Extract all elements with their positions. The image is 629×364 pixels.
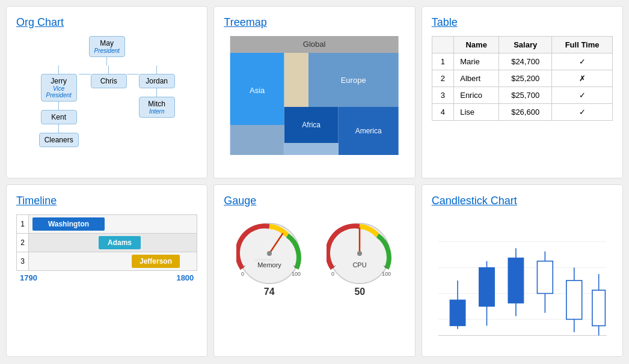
cpu-gauge-wrap: 0 100 CPU 50: [327, 220, 393, 297]
timeline-bar-washington: Washington: [32, 217, 105, 231]
org-name-may: May: [94, 39, 120, 47]
candle5-body: [566, 281, 582, 320]
memory-gauge-value: 74: [264, 287, 275, 297]
treemap-extra2-rect: [230, 125, 284, 155]
cpu-gauge-label-svg: CPU: [353, 261, 367, 268]
table-cell-fulltime: ✓: [552, 104, 613, 121]
org-node-may: May President: [89, 36, 125, 57]
org-jordan-branch: Jordan Mitch Intern: [139, 65, 175, 118]
memory-needle-center: [267, 251, 272, 256]
org-chart-title: Org Chart: [16, 16, 197, 29]
timeline-num-1: 1: [17, 215, 29, 234]
timeline-label-1790: 1790: [20, 273, 37, 282]
table-body: 1 Marie $24,700 ✓ 2 Albert $25,200 ✗ 3 E…: [432, 53, 612, 121]
org-root-col: May President: [89, 36, 125, 65]
org-v-kent: [58, 124, 59, 133]
table-cell-salary: $24,700: [499, 53, 552, 70]
table-cell-name: Marie: [454, 53, 499, 70]
timeline-cell-2: Adams: [29, 234, 197, 252]
timeline-row-3: 3 Jefferson: [17, 252, 197, 271]
org-role-jerry: VicePresident: [46, 85, 72, 99]
timeline-cell-1: Washington: [29, 215, 197, 234]
table-cell-num: 2: [432, 70, 454, 87]
treemap-svg: Global Europe Asia Africa America: [224, 36, 405, 168]
table-row: 1 Marie $24,700 ✓: [432, 53, 612, 70]
timeline-title: Timeline: [16, 195, 197, 207]
org-node-mitch: Mitch Intern: [139, 97, 175, 118]
org-role-may: President: [94, 47, 120, 54]
table-cell-name: Lise: [454, 104, 499, 121]
gauges-row: 0 100 wikitechy Memory 74: [224, 214, 405, 303]
memory-gauge-svg: 0 100 wikitechy Memory: [236, 220, 302, 287]
org-name-jerry: Jerry: [46, 77, 72, 85]
table-header-salary: Salary: [499, 37, 552, 53]
table-cell-salary: $26,600: [499, 104, 552, 121]
treemap-extra3-rect: [284, 143, 339, 155]
treemap-asia-label: Asia: [250, 86, 265, 95]
candle1-body: [450, 300, 465, 326]
org-node-jerry: Jerry VicePresident: [41, 74, 77, 102]
org-node-cleaners: Cleaners: [39, 133, 79, 147]
memory-gauge-label-svg: Memory: [257, 261, 281, 268]
table-header-num: [432, 37, 454, 53]
cpu-gauge-svg: 0 100 CPU: [327, 220, 393, 287]
table-cell-salary: $25,700: [499, 87, 552, 104]
timeline-row-1: 1 Washington: [17, 215, 197, 234]
org-v-jerry2: [58, 102, 59, 110]
org-h-line2: [127, 74, 139, 74]
memory-label-0: 0: [241, 271, 244, 277]
memory-label-100: 100: [292, 271, 301, 277]
treemap-visual: Global Europe Asia Africa America: [224, 36, 405, 168]
table-row: 4 Lise $26,600 ✓: [432, 104, 612, 121]
table-cell-name: Albert: [454, 70, 499, 87]
candle2-body: [479, 267, 494, 306]
candlestick-title: Candlestick Chart: [432, 195, 613, 207]
table-cell-salary: $25,200: [499, 70, 552, 87]
table-header-row: Name Salary Full Time: [432, 37, 612, 53]
table-header-fulltime: Full Time: [552, 37, 613, 53]
timeline-spacer-adams: [32, 236, 99, 249]
treemap-extra1-rect: [284, 53, 308, 107]
table-header-name: Name: [454, 37, 499, 53]
treemap-card: Treemap Global Europe Asia Africa Americ…: [213, 6, 415, 178]
timeline-table: 1 Washington 2 Adams: [16, 214, 197, 271]
timeline-bar-jefferson: Jefferson: [132, 255, 180, 268]
cpu-needle-center: [357, 251, 362, 256]
org-name-chris: Chris: [96, 77, 121, 85]
cpu-gauge-value: 50: [354, 287, 365, 297]
timeline-num-2: 2: [17, 234, 29, 252]
candle4-body: [537, 261, 553, 294]
table-cell-fulltime: ✗: [552, 70, 613, 87]
timeline-cell-3: Jefferson: [29, 252, 197, 271]
table-row: 3 Enrico $25,700 ✓: [432, 87, 612, 104]
org-name-mitch: Mitch: [144, 100, 170, 108]
cpu-label-0: 0: [331, 271, 334, 277]
candle6-body: [592, 290, 606, 326]
timeline-bar-adams: Adams: [99, 236, 141, 249]
timeline-spacer-jefferson: [32, 255, 132, 268]
org-node-chris: Chris: [91, 74, 127, 88]
org-v-jordan2: [156, 88, 157, 97]
treemap-africa-label: Africa: [302, 121, 321, 129]
treemap-europe-label: Europe: [341, 76, 366, 85]
timeline-year-labels: 1790 1800: [16, 271, 197, 285]
org-connector-v1: [106, 57, 107, 65]
timeline-container: 1 Washington 2 Adams: [16, 214, 197, 285]
org-role-mitch: Intern: [144, 108, 170, 115]
org-name-jordan: Jordan: [144, 77, 170, 85]
org-node-jordan: Jordan: [139, 74, 175, 88]
treemap-america-label: America: [355, 127, 382, 135]
candlestick-visual: [432, 214, 613, 347]
org-v-jerry: [58, 65, 59, 74]
table-cell-num: 1: [432, 53, 454, 70]
main-grid: Org Chart May President Jerry VicePresid…: [6, 6, 623, 357]
org-h-line1: [79, 74, 91, 74]
org-level2-container: Jerry VicePresident Kent Cleaners: [39, 65, 175, 147]
org-chart: May President Jerry VicePresident Kent: [16, 36, 197, 147]
memory-gauge-wrap: 0 100 wikitechy Memory 74: [236, 220, 302, 297]
table-row: 2 Albert $25,200 ✗: [432, 70, 612, 87]
treemap-title: Treemap: [224, 16, 405, 29]
table-cell-num: 4: [432, 104, 454, 121]
timeline-label-1800: 1800: [176, 273, 194, 282]
org-v-chris: [108, 65, 109, 74]
